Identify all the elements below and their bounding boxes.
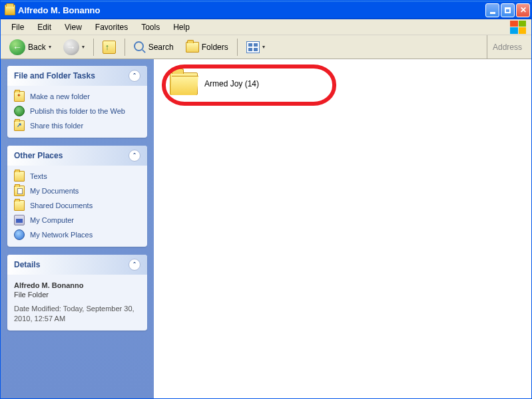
folders-label: Folders bbox=[202, 43, 228, 52]
folders-button[interactable]: Folders bbox=[181, 37, 233, 57]
maximize-button[interactable] bbox=[501, 3, 515, 17]
dropdown-arrow-icon: ▾ bbox=[82, 44, 85, 50]
search-button[interactable]: Search bbox=[129, 37, 178, 57]
file-list-area[interactable]: Armed Joy (14) bbox=[154, 59, 531, 398]
folder-icon bbox=[170, 72, 198, 95]
task-label: Share this folder bbox=[30, 122, 83, 130]
share-icon bbox=[14, 120, 25, 131]
back-arrow-icon: ← bbox=[9, 39, 25, 55]
menu-bar: File Edit View Favorites Tools Help bbox=[1, 19, 531, 35]
panel-body: Make a new folder Publish this folder to… bbox=[7, 86, 147, 138]
folders-icon bbox=[186, 42, 199, 53]
back-label: Back bbox=[28, 43, 46, 52]
folder-icon bbox=[14, 171, 25, 182]
content-area: File and Folder Tasks ˆ Make a new folde… bbox=[1, 59, 531, 398]
minimize-button[interactable] bbox=[485, 3, 499, 17]
file-folder-tasks-panel: File and Folder Tasks ˆ Make a new folde… bbox=[7, 66, 147, 138]
panel-header[interactable]: Other Places ˆ bbox=[7, 146, 147, 166]
globe-icon bbox=[14, 106, 25, 116]
task-label: Make a new folder bbox=[30, 92, 90, 100]
views-icon bbox=[246, 41, 260, 53]
menu-view[interactable]: View bbox=[59, 21, 87, 33]
collapse-icon: ˆ bbox=[129, 70, 140, 82]
toolbar: ← Back ▾ → ▾ Search Folders ▾ Address bbox=[1, 35, 531, 59]
collapse-icon: ˆ bbox=[129, 150, 140, 162]
menu-file[interactable]: File bbox=[6, 21, 29, 33]
up-folder-icon bbox=[103, 41, 116, 54]
computer-icon bbox=[14, 215, 25, 225]
address-label: Address bbox=[487, 35, 527, 59]
place-label: Shared Documents bbox=[30, 201, 93, 209]
panel-title: File and Folder Tasks bbox=[14, 71, 95, 80]
task-label: Publish this folder to the Web bbox=[30, 107, 125, 115]
place-texts[interactable]: Texts bbox=[14, 171, 140, 182]
separator bbox=[237, 39, 238, 56]
back-button[interactable]: ← Back ▾ bbox=[5, 37, 56, 57]
windows-logo-icon[interactable] bbox=[510, 21, 526, 34]
folder-item-armed-joy[interactable]: Armed Joy (14) bbox=[167, 70, 300, 98]
place-my-documents[interactable]: My Documents bbox=[14, 186, 140, 196]
place-my-computer[interactable]: My Computer bbox=[14, 215, 140, 225]
close-button[interactable]: ✕ bbox=[516, 3, 530, 17]
search-icon bbox=[134, 41, 146, 53]
panel-body: Texts My Documents Shared Documents My C… bbox=[7, 166, 147, 247]
menu-favorites[interactable]: Favorites bbox=[90, 21, 133, 33]
place-network-places[interactable]: My Network Places bbox=[14, 229, 140, 240]
dropdown-arrow-icon: ▾ bbox=[49, 44, 51, 50]
details-name: Alfredo M. Bonanno bbox=[14, 281, 140, 289]
task-pane: File and Folder Tasks ˆ Make a new folde… bbox=[1, 59, 154, 398]
panel-title: Details bbox=[14, 260, 40, 269]
up-button[interactable] bbox=[98, 37, 121, 57]
panel-header[interactable]: File and Folder Tasks ˆ bbox=[7, 66, 147, 86]
menu-help[interactable]: Help bbox=[168, 21, 195, 33]
panel-header[interactable]: Details ˆ bbox=[7, 255, 147, 275]
place-label: My Network Places bbox=[30, 231, 93, 239]
separator bbox=[93, 39, 94, 56]
task-publish-web[interactable]: Publish this folder to the Web bbox=[14, 106, 140, 116]
place-shared-documents[interactable]: Shared Documents bbox=[14, 200, 140, 211]
folder-label: Armed Joy (14) bbox=[204, 79, 259, 88]
details-panel: Details ˆ Alfredo M. Bonanno File Folder… bbox=[7, 255, 147, 331]
task-share-folder[interactable]: Share this folder bbox=[14, 120, 140, 131]
explorer-window: Alfredo M. Bonanno ✕ File Edit View Favo… bbox=[0, 0, 532, 399]
documents-icon bbox=[14, 186, 25, 196]
menu-edit[interactable]: Edit bbox=[32, 21, 57, 33]
place-label: My Computer bbox=[30, 216, 74, 224]
panel-title: Other Places bbox=[14, 151, 63, 160]
details-type: File Folder bbox=[14, 291, 140, 299]
place-label: My Documents bbox=[30, 187, 79, 195]
collapse-icon: ˆ bbox=[129, 259, 140, 271]
window-title: Alfredo M. Bonanno bbox=[18, 5, 485, 15]
title-bar[interactable]: Alfredo M. Bonanno ✕ bbox=[1, 1, 531, 19]
forward-button[interactable]: → ▾ bbox=[59, 37, 89, 57]
folder-icon bbox=[14, 200, 25, 211]
search-label: Search bbox=[148, 43, 174, 52]
dropdown-arrow-icon: ▾ bbox=[262, 44, 265, 50]
forward-arrow-icon: → bbox=[63, 39, 79, 55]
separator bbox=[125, 39, 125, 56]
menu-tools[interactable]: Tools bbox=[136, 21, 165, 33]
place-label: Texts bbox=[30, 172, 47, 180]
window-controls: ✕ bbox=[485, 3, 530, 17]
other-places-panel: Other Places ˆ Texts My Documents Shared… bbox=[7, 146, 147, 247]
details-modified: Date Modified: Today, September 30, 2010… bbox=[14, 304, 140, 324]
new-folder-icon bbox=[14, 91, 25, 102]
views-button[interactable]: ▾ bbox=[242, 37, 270, 57]
panel-body: Alfredo M. Bonanno File Folder Date Modi… bbox=[7, 275, 147, 331]
network-icon bbox=[14, 229, 25, 240]
folder-icon bbox=[5, 5, 15, 15]
task-make-new-folder[interactable]: Make a new folder bbox=[14, 91, 140, 102]
